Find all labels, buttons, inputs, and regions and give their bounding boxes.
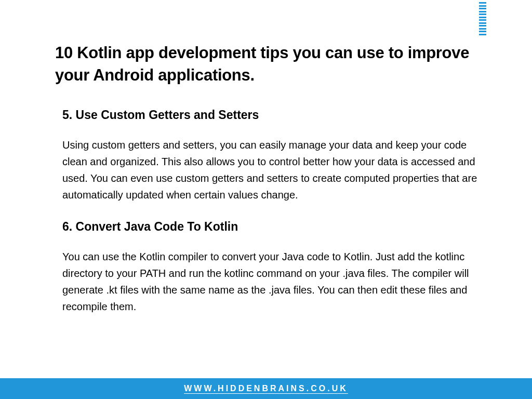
footer-bar: WWW.HIDDENBRAINS.CO.UK bbox=[0, 378, 532, 399]
page-title: 10 Kotlin app development tips you can u… bbox=[55, 42, 477, 87]
content-area: 5. Use Custom Getters and Setters Using … bbox=[62, 108, 480, 331]
decoration-lines bbox=[479, 0, 486, 35]
section-heading-6: 6. Convert Java Code To Kotlin bbox=[62, 220, 480, 234]
section-body-6: You can use the Kotlin compiler to conve… bbox=[62, 248, 480, 315]
section-heading-5: 5. Use Custom Getters and Setters bbox=[62, 108, 480, 122]
footer-url[interactable]: WWW.HIDDENBRAINS.CO.UK bbox=[184, 384, 348, 393]
section-body-5: Using custom getters and setters, you ca… bbox=[62, 137, 480, 203]
